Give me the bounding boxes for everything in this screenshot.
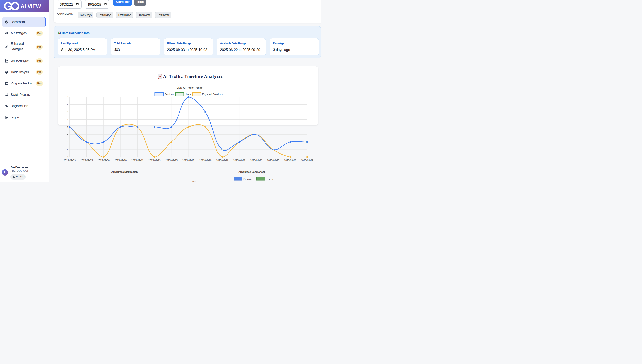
svg-text:2025-09-25: 2025-09-25	[267, 159, 279, 162]
svg-text:2025-09-05: 2025-09-05	[80, 159, 93, 162]
svg-text:Sessions: Sessions	[164, 93, 174, 96]
svg-text:6: 6	[66, 111, 68, 114]
svg-text:2025-09-28: 2025-09-28	[284, 159, 296, 162]
svg-text:2025-09-23: 2025-09-23	[250, 159, 262, 162]
svg-text:Users: Users	[185, 93, 191, 96]
svg-text:2025-09-29: 2025-09-29	[301, 159, 313, 162]
svg-text:1: 1	[66, 148, 68, 151]
svg-text:2025-09-03: 2025-09-03	[63, 159, 76, 162]
svg-text:2025-09-06: 2025-09-06	[98, 159, 110, 162]
svg-text:Users: Users	[267, 178, 273, 180]
svg-text:AI Sources Comparison: AI Sources Comparison	[238, 170, 266, 173]
svg-text:2025-09-18: 2025-09-18	[199, 159, 212, 162]
svg-text:5: 5	[66, 118, 68, 121]
svg-text:Sessions: Sessions	[244, 178, 253, 180]
svg-text:4: 4	[66, 126, 68, 128]
svg-text:8: 8	[66, 96, 68, 98]
svg-text:AI VIEW: AI VIEW	[21, 2, 41, 10]
svg-text:2025-09-19: 2025-09-19	[216, 159, 228, 162]
svg-text:1.0: 1.0	[190, 180, 194, 182]
svg-text:2025-09-17: 2025-09-17	[182, 159, 194, 162]
svg-text:Daily AI Traffic Trends: Daily AI Traffic Trends	[176, 86, 202, 89]
svg-text:0: 0	[66, 156, 68, 158]
svg-text:7: 7	[66, 103, 68, 106]
svg-text:2025-09-22: 2025-09-22	[233, 159, 246, 162]
svg-text:3: 3	[66, 133, 68, 136]
svg-text:AI Sources Distribution: AI Sources Distribution	[111, 170, 138, 173]
svg-text:2: 2	[66, 141, 68, 144]
svg-text:2025-09-12: 2025-09-12	[131, 159, 144, 162]
svg-text:2025-09-10: 2025-09-10	[114, 159, 126, 162]
svg-text:Engaged Sessions: Engaged Sessions	[202, 93, 223, 96]
svg-text:2025-09-15: 2025-09-15	[165, 159, 178, 162]
svg-text:2025-09-13: 2025-09-13	[148, 159, 160, 162]
